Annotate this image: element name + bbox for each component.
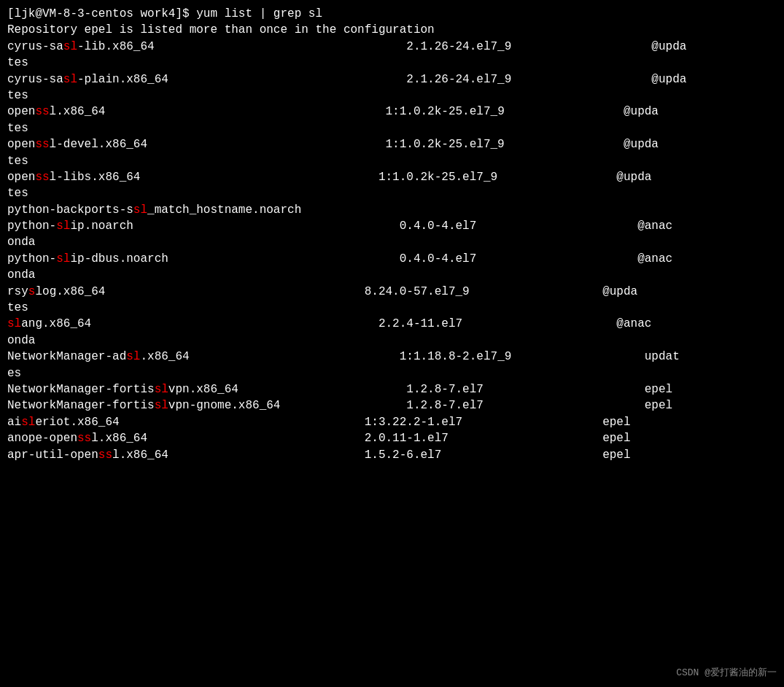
- terminal-line-rsyslog: rsyslog.x86_64 8.24.0-57.el7_9 @upda: [7, 284, 777, 300]
- terminal-line-python-backports: python-backports-ssl_match_hostname.noar…: [7, 202, 777, 218]
- terminal-line-rsyslog-cont: tes: [7, 300, 777, 316]
- terminal-line-cyrus-sasl-plain: cyrus-sasl-plain.x86_64 2.1.26-24.el7_9 …: [7, 71, 777, 88]
- terminal-line-networkmanager-adsl-cont: es: [7, 365, 777, 381]
- terminal-line-slang-cont: onda: [7, 333, 777, 349]
- terminal-line-networkmanager-adsl: NetworkManager-adsl.x86_64 1:1.18.8-2.el…: [7, 349, 777, 365]
- terminal-line-python-slip: python-slip.noarch 0.4.0-4.el7 @anac: [7, 218, 777, 234]
- terminal-line-python-slip-dbus-cont: onda: [7, 267, 777, 283]
- terminal-line-cyrus-sasl-lib-cont: tes: [7, 55, 777, 71]
- watermark-text: CSDN @爱打酱油的新一: [676, 667, 777, 680]
- terminal-line-openssl-devel-cont: tes: [7, 153, 777, 169]
- terminal-line-aisleriot: aisleriot.x86_64 1:3.22.2-1.el7 epel: [7, 414, 777, 430]
- terminal-line-openssl-devel: openssl-devel.x86_64 1:1.0.2k-25.el7_9 @…: [7, 136, 777, 152]
- terminal-line-cyrus-sasl-lib: cyrus-sasl-lib.x86_64 2.1.26-24.el7_9 @u…: [7, 39, 777, 55]
- terminal-line-networkmanager-fortisslvpn-gnome: NetworkManager-fortisslvpn-gnome.x86_64 …: [7, 397, 777, 414]
- terminal-line-openssl-libs: openssl-libs.x86_64 1:1.0.2k-25.el7_9 @u…: [7, 169, 777, 185]
- terminal-line-repo-warning: Repository epel is listed more than once…: [7, 22, 777, 38]
- terminal-line-openssl: openssl.x86_64 1:1.0.2k-25.el7_9 @upda: [7, 104, 777, 120]
- terminal-line-apr-util-openssl: apr-util-openssl.x86_64 1.5.2-6.el7 epel: [7, 447, 777, 463]
- terminal-line-anope-openssl: anope-openssl.x86_64 2.0.11-1.el7 epel: [7, 430, 777, 446]
- terminal-line-cmd: [ljk@VM-8-3-centos work4]$ yum list | gr…: [7, 6, 777, 22]
- terminal-line-openssl-cont: tes: [7, 120, 777, 136]
- terminal-line-openssl-libs-cont: tes: [7, 185, 777, 201]
- terminal-line-cyrus-sasl-plain-cont: tes: [7, 88, 777, 104]
- terminal-line-slang: slang.x86_64 2.2.4-11.el7 @anac: [7, 316, 777, 332]
- terminal-line-python-slip-dbus: python-slip-dbus.noarch 0.4.0-4.el7 @ana…: [7, 251, 777, 267]
- terminal: [ljk@VM-8-3-centos work4]$ yum list | gr…: [7, 6, 777, 463]
- terminal-line-networkmanager-fortisslvpn: NetworkManager-fortisslvpn.x86_64 1.2.8-…: [7, 381, 777, 397]
- terminal-line-python-slip-cont: onda: [7, 234, 777, 250]
